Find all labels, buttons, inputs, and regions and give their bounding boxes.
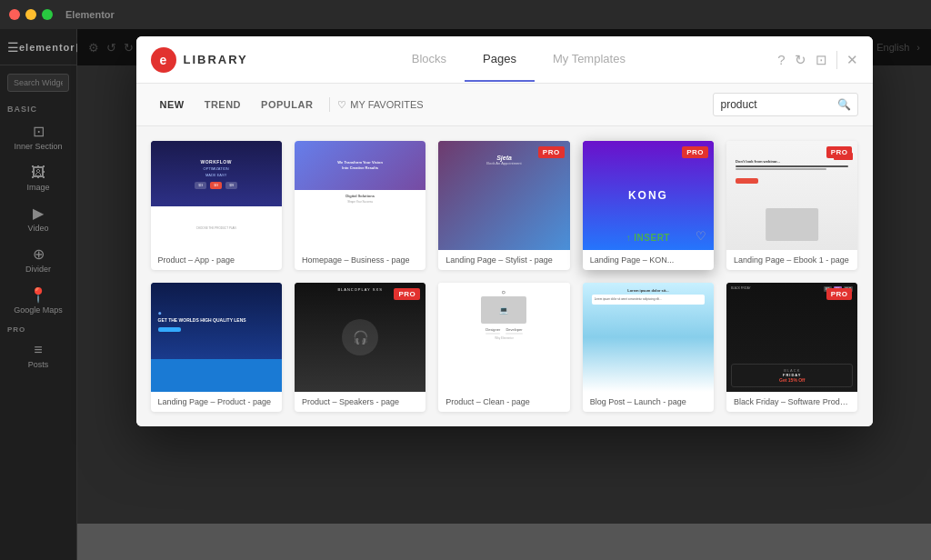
template-thumbnail: WORKFLOW OPTIMIZATION MADE EASY $19 $49 …	[151, 141, 282, 250]
template-label: Landing Page – Stylist - page	[438, 250, 569, 270]
help-icon[interactable]: ?	[777, 52, 785, 67]
template-grid: WORKFLOW OPTIMIZATION MADE EASY $19 $49 …	[151, 141, 858, 412]
maps-icon: 📍	[29, 288, 47, 303]
library-icon: e	[151, 47, 176, 73]
thumb-visual-8: ⬡ 💻 Designer	[438, 283, 569, 392]
sidebar-item-label: Image	[26, 183, 49, 192]
insert-button[interactable]: ↑ INSERT	[626, 233, 670, 243]
template-label: Landing Page – KON...	[583, 250, 714, 270]
minimize-button[interactable]	[25, 9, 36, 20]
modal-header: e LIBRARY Blocks Pages My Templates ? ↻ …	[136, 36, 873, 84]
search-input[interactable]	[7, 74, 69, 92]
modal-header-actions: ? ↻ ⊡ ✕	[777, 51, 857, 69]
sidebar-item-video[interactable]: ▶ Video	[0, 199, 76, 240]
top-bar: Elementor	[0, 0, 931, 29]
template-label: Landing Page – Product - page	[151, 392, 282, 412]
basic-section-label: BASIC	[0, 99, 76, 117]
template-card[interactable]: BLANCOPLAY SXS 🎧 PRO Product – Spea	[295, 283, 425, 412]
refresh-icon[interactable]: ↻	[795, 52, 806, 68]
pro-section-label: PRO	[0, 322, 76, 335]
template-card-highlighted[interactable]: KONG PRO ↑ INSERT ♡ Landing Page	[583, 141, 714, 270]
template-label: Homepage – Business - page	[295, 250, 425, 270]
favorites-button[interactable]: ♡ MY FAVORITES	[337, 99, 423, 111]
pro-badge: PRO	[826, 288, 853, 300]
insert-label: INSERT	[634, 233, 670, 243]
modal-subheader: NEW TREND POPULAR ♡ MY FAVORITES 🔍	[136, 84, 873, 126]
sidebar-item-divider[interactable]: ⊕ Divider	[0, 240, 76, 281]
template-label: Product – App - page	[151, 250, 282, 270]
sidebar-item-label: Video	[28, 224, 49, 233]
template-card[interactable]: PRO Don't look from webinar...	[726, 141, 857, 270]
search-container: 🔍	[713, 93, 858, 116]
sidebar-header: ☰ elementor ⊞	[0, 29, 76, 65]
template-label: Landing Page – Ebook 1 - page	[726, 250, 857, 270]
maximize-button[interactable]	[42, 9, 53, 20]
template-card[interactable]: Sjeta Book An Appointment PRO Landing Pa…	[438, 141, 569, 270]
search-right: 🔍	[713, 93, 858, 116]
app-title: Elementor	[65, 9, 115, 20]
video-icon: ▶	[33, 206, 44, 221]
template-card[interactable]: ⬡ 💻 Designer	[438, 283, 569, 412]
library-brand: e LIBRARY	[151, 47, 260, 73]
thumb-visual-9: Lorem ipsum dolor sit... Lorem ipsum dol…	[583, 283, 714, 392]
tab-pages[interactable]: Pages	[465, 37, 535, 82]
save-icon[interactable]: ⊡	[816, 52, 827, 68]
template-label: Product – Speakers - page	[295, 392, 425, 412]
sidebar-item-image[interactable]: 🖼 Image	[0, 158, 76, 199]
filter-popular[interactable]: POPULAR	[252, 95, 322, 114]
template-label: Product – Clean - page	[438, 392, 569, 412]
template-thumbnail: We Transform Your VisionInto Creative Re…	[295, 141, 425, 250]
template-thumbnail: ⬡ 💻 Designer	[438, 283, 569, 392]
thumb-visual-6: ⬢ GET THE WORLDS HIGH QUALITY LENS	[151, 283, 282, 392]
template-search-input[interactable]	[713, 93, 858, 116]
template-label: Black Friday – Software Product S...	[726, 392, 857, 412]
favorite-icon[interactable]: ♡	[696, 229, 706, 243]
template-thumbnail: Lorem ipsum dolor sit... Lorem ipsum dol…	[583, 283, 714, 392]
modal-tabs: Blocks Pages My Templates	[275, 37, 764, 82]
library-modal: e LIBRARY Blocks Pages My Templates ? ↻ …	[136, 36, 873, 426]
filter-trend[interactable]: TREND	[195, 95, 250, 114]
filter-new[interactable]: NEW	[151, 95, 194, 114]
close-button[interactable]	[9, 9, 20, 20]
close-modal-icon[interactable]: ✕	[846, 52, 858, 68]
filter-divider	[329, 97, 330, 112]
modal-overlay: e LIBRARY Blocks Pages My Templates ? ↻ …	[77, 29, 931, 524]
filter-tabs: NEW TREND POPULAR ♡ MY FAVORITES	[151, 95, 424, 114]
template-card[interactable]: Lorem ipsum dolor sit... Lorem ipsum dol…	[583, 283, 714, 412]
pro-badge: PRO	[394, 288, 420, 300]
pro-badge: PRO	[682, 146, 708, 158]
search-icon: 🔍	[837, 98, 851, 111]
tab-blocks[interactable]: Blocks	[394, 37, 465, 82]
favorites-label: MY FAVORITES	[350, 99, 423, 110]
template-card[interactable]: We Transform Your VisionInto Creative Re…	[295, 141, 425, 270]
sidebar-item-posts[interactable]: ≡ Posts	[0, 335, 76, 376]
insert-arrow-icon: ↑	[626, 233, 632, 243]
sidebar-item-google-maps[interactable]: 📍 Google Maps	[0, 281, 76, 322]
thumb-visual-1: WORKFLOW OPTIMIZATION MADE EASY $19 $49 …	[151, 141, 282, 250]
pro-badge: PRO	[826, 146, 853, 158]
template-card[interactable]: ⬢ GET THE WORLDS HIGH QUALITY LENS Landi…	[151, 283, 282, 412]
header-divider	[836, 51, 837, 69]
heart-icon: ♡	[337, 99, 346, 111]
template-card[interactable]: WORKFLOW OPTIMIZATION MADE EASY $19 $49 …	[151, 141, 282, 270]
pro-badge: PRO	[538, 146, 565, 158]
template-grid-container: WORKFLOW OPTIMIZATION MADE EASY $19 $49 …	[136, 126, 873, 426]
thumb-visual-2: We Transform Your VisionInto Creative Re…	[295, 141, 425, 250]
sidebar-item-label: Google Maps	[14, 305, 63, 315]
posts-icon: ≡	[34, 343, 42, 357]
inner-section-icon: ⊡	[33, 125, 45, 139]
sidebar-item-label: Inner Section	[14, 142, 62, 151]
hamburger-icon[interactable]: ☰	[7, 40, 19, 55]
tab-my-templates[interactable]: My Templates	[535, 37, 644, 82]
image-icon: 🖼	[31, 165, 45, 180]
template-label: Blog Post – Launch - page	[583, 392, 714, 412]
content-area: Bernier LLC e LIBRARY Blocks Pages My	[77, 29, 931, 560]
sidebar-item-label: Posts	[28, 360, 49, 369]
elementor-logo: elementor	[19, 42, 75, 53]
library-title: LIBRARY	[184, 53, 248, 66]
template-card[interactable]: BLACK FRIDAY $65 $95 $145	[726, 283, 857, 412]
divider-icon: ⊕	[33, 247, 45, 262]
main-layout: ☰ elementor ⊞ BASIC ⊡ Inner Section 🖼 Im…	[0, 29, 931, 560]
sidebar-item-inner-section[interactable]: ⊡ Inner Section	[0, 117, 76, 158]
template-thumbnail: ⬢ GET THE WORLDS HIGH QUALITY LENS	[151, 283, 282, 392]
